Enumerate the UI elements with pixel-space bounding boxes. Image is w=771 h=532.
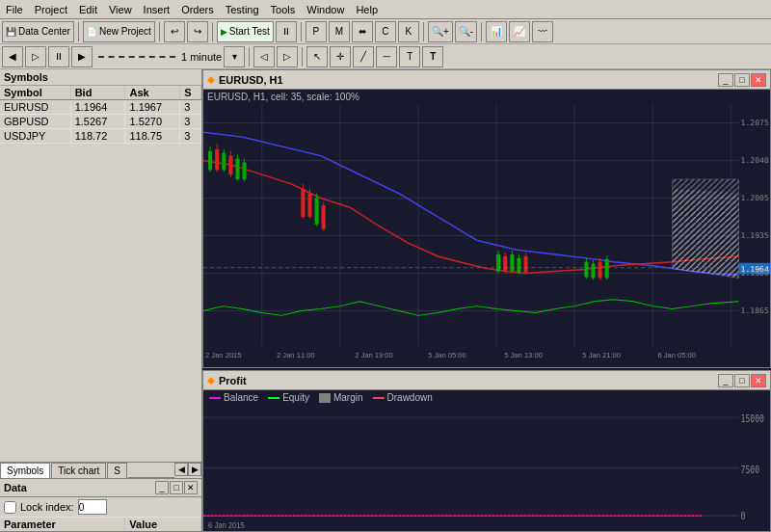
chart-type1[interactable]: 📊 (486, 21, 507, 42)
chart-window: ◆ EURUSD, H1 _ □ ✕ EURUSD, H1, cell: 35,… (202, 69, 771, 368)
lock-input[interactable] (78, 499, 107, 515)
btn-k[interactable]: K (398, 21, 419, 42)
right-panel: ◆ EURUSD, H1 _ □ ✕ EURUSD, H1, cell: 35,… (202, 69, 771, 532)
menu-insert[interactable]: Insert (138, 2, 176, 17)
legend-balance: Balance (209, 392, 258, 403)
ask-cell: 118.75 (125, 129, 180, 144)
profit-min-btn[interactable]: _ (718, 374, 733, 387)
margin-color (319, 393, 331, 403)
bid-cell: 1.5267 (70, 115, 125, 129)
datacenter-button[interactable]: 💾 Data Center (2, 21, 74, 42)
menu-tools[interactable]: Tools (265, 2, 302, 17)
col-ask: Ask (125, 86, 180, 100)
param-col: Parameter (0, 518, 125, 532)
tf-pause2-button[interactable]: ⏸ (48, 46, 69, 67)
profit-window-title: ◆ Profit _ □ ✕ (203, 371, 770, 390)
data-close-btn[interactable]: ✕ (184, 481, 198, 494)
tab-symbols[interactable]: Symbols (0, 463, 50, 478)
profit-close-btn[interactable]: ✕ (751, 374, 766, 387)
hline-button[interactable]: ─ (376, 46, 397, 67)
svg-text:2 Jan 19:00: 2 Jan 19:00 (355, 351, 393, 359)
menu-help[interactable]: Help (350, 2, 384, 17)
menu-orders[interactable]: Orders (175, 2, 220, 17)
profit-max-btn[interactable]: □ (734, 374, 750, 387)
toolbar-sep3 (212, 22, 213, 41)
symbol-cell: USDJPY (0, 129, 70, 144)
right-arrow-btn[interactable]: ▶ (188, 463, 201, 476)
tf-left-arrow[interactable]: ◁ (253, 46, 275, 67)
undo-button[interactable]: ↩ (164, 21, 185, 42)
btn-p[interactable]: P (306, 21, 327, 42)
table-row[interactable]: EURUSD 1.1964 1.1967 3 (0, 100, 201, 115)
main-layout: Symbols Symbol Bid Ask S EURUSD 1.1964 1… (0, 69, 771, 532)
menu-edit[interactable]: Edit (73, 2, 103, 17)
menu-window[interactable]: Window (301, 2, 350, 17)
chart-min-btn[interactable]: _ (718, 73, 733, 87)
left-panel: Symbols Symbol Bid Ask S EURUSD 1.1964 1… (0, 69, 202, 532)
zoom-out-button[interactable]: 🔍- (455, 21, 477, 42)
font-button[interactable]: T (422, 46, 443, 67)
crosshair-button[interactable]: ✛ (330, 46, 351, 67)
lock-checkbox[interactable] (4, 501, 16, 514)
cursor-button[interactable]: ↖ (306, 46, 328, 67)
ask-cell: 1.5270 (125, 115, 180, 129)
btn-m[interactable]: M (329, 21, 350, 42)
ask-cell: 1.1967 (125, 100, 180, 115)
toolbar-sep5 (423, 22, 424, 41)
timeframe-toolbar: ◀ ▷ ⏸ ▶ 1 minute ▾ ◁ ▷ ↖ ✛ ╱ ─ T T (0, 44, 771, 69)
table-row[interactable]: USDJPY 118.72 118.75 3 (0, 129, 201, 144)
chart-type3[interactable]: 〰 (532, 21, 553, 42)
menu-file[interactable]: File (0, 2, 29, 17)
toolbar-sep8 (302, 47, 303, 66)
chart-info: EURUSD, H1, cell: 35, scale: 100% (203, 90, 770, 104)
redo-button[interactable]: ↪ (187, 21, 208, 42)
btn-arrow[interactable]: ⬌ (352, 21, 373, 42)
s-cell: 3 (180, 115, 201, 129)
profit-legend: Balance Equity Margin Drawdown (203, 390, 770, 405)
svg-text:5 Jan 05:00: 5 Jan 05:00 (428, 351, 466, 359)
symbol-cell: EURUSD (0, 100, 70, 115)
chart-type2[interactable]: 📈 (509, 21, 530, 42)
tf-right-arrow[interactable]: ▷ (277, 46, 298, 67)
starttest-button[interactable]: ▶ Start Test (217, 21, 274, 42)
profit-window-btns: _ □ ✕ (718, 374, 766, 387)
menu-project[interactable]: Project (29, 2, 73, 17)
tf-fwd-button[interactable]: ▶ (71, 46, 93, 67)
tab-s[interactable]: S (107, 463, 127, 478)
profit-svg: 15000 7500 0 6 Jan 2015 (203, 405, 770, 531)
data-max-btn[interactable]: □ (170, 481, 183, 494)
svg-text:7500: 7500 (741, 464, 760, 475)
symbols-table: Symbol Bid Ask S EURUSD 1.1964 1.1967 3 … (0, 86, 201, 144)
svg-text:6 Jan 2015: 6 Jan 2015 (208, 519, 245, 530)
line-button[interactable]: ╱ (353, 46, 374, 67)
newproject-button[interactable]: 📄 New Project (83, 21, 155, 42)
toolbar-sep4 (301, 22, 302, 41)
chart-svg: 1.1964 1.2075 1.2040 1.2005 1.1935 1.190… (203, 104, 770, 367)
chart-close-btn[interactable]: ✕ (751, 73, 766, 87)
svg-text:1.1865: 1.1865 (741, 307, 769, 316)
menubar: File Project Edit View Insert Orders Tes… (0, 0, 771, 19)
menu-testing[interactable]: Testing (220, 2, 265, 17)
data-min-btn[interactable]: _ (155, 481, 169, 494)
pause-button[interactable]: ⏸ (276, 21, 297, 42)
svg-text:1.2075: 1.2075 (741, 120, 769, 128)
zoom-in-button[interactable]: 🔍+ (428, 21, 453, 42)
col-bid: Bid (70, 86, 125, 100)
text-button[interactable]: T (399, 46, 420, 67)
data-section-header: Data _ □ ✕ (0, 479, 201, 497)
profit-chart-area[interactable]: 15000 7500 0 6 Jan 2015 (203, 405, 770, 531)
table-row[interactable]: GBPUSD 1.5267 1.5270 3 (0, 115, 201, 129)
tab-tickchart[interactable]: Tick chart (51, 463, 106, 478)
chart-window-title: ◆ EURUSD, H1 _ □ ✕ (203, 70, 770, 90)
chart-max-btn[interactable]: □ (734, 73, 750, 87)
tf-back-button[interactable]: ◀ (2, 46, 23, 67)
tab-bar: Symbols Tick chart S ◀ ▶ (0, 463, 201, 479)
tf-dropdown[interactable]: ▾ (224, 46, 245, 67)
newproject-label: New Project (99, 26, 151, 37)
btn-c[interactable]: C (375, 21, 396, 42)
menu-view[interactable]: View (103, 2, 138, 17)
left-arrow-btn[interactable]: ◀ (174, 463, 188, 476)
chart-area[interactable]: 1.1964 1.2075 1.2040 1.2005 1.1935 1.190… (203, 104, 770, 367)
toolbar1: 💾 Data Center 📄 New Project ↩ ↪ ▶ Start … (0, 19, 771, 44)
tf-play-button[interactable]: ▷ (25, 46, 46, 67)
